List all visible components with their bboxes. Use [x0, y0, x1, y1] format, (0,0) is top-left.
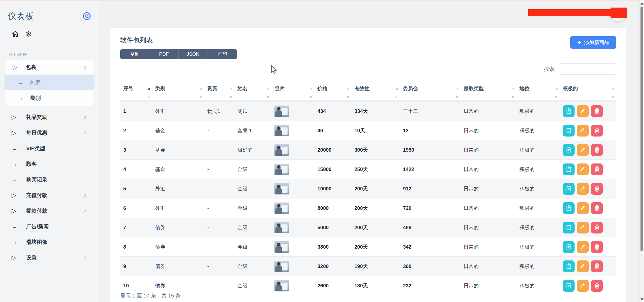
- column-header[interactable]: 委员会 ∧ ∨: [400, 83, 461, 101]
- sidebar-item[interactable]: ▷ 提款付款 ∧: [0, 203, 98, 219]
- cell-index: 2: [120, 121, 152, 140]
- edit-button[interactable]: [577, 241, 589, 253]
- sort-ascending-icon: ∧: [347, 87, 350, 90]
- delete-button[interactable]: [591, 241, 603, 253]
- edit-button[interactable]: [577, 105, 589, 117]
- edit-button[interactable]: [577, 125, 589, 137]
- sidebar-item-category[interactable]: → 类别: [5, 90, 94, 106]
- sort-descending-icon: ∨: [511, 94, 514, 99]
- sort-ascending-icon: ∧: [512, 87, 515, 90]
- sidebar-item[interactable]: → 滑块图像: [0, 234, 98, 250]
- column-header[interactable]: 赚取类型 ∧ ∨: [461, 83, 516, 101]
- export-button-复制[interactable]: 复制: [120, 49, 149, 59]
- edit-button[interactable]: [577, 163, 589, 175]
- person-head-shape: [277, 243, 280, 246]
- view-button[interactable]: [563, 105, 575, 117]
- table-row: 6 外汇 - 金级 8000 200天 729 日常的 积极的: [120, 198, 616, 218]
- sidebar-item[interactable]: ▷ 设置 ∧: [0, 250, 98, 265]
- export-button-pdf[interactable]: PDF: [149, 49, 179, 59]
- arrow-right-icon: →: [12, 239, 21, 246]
- cell-status: 积极的: [516, 179, 560, 198]
- delete-button[interactable]: [591, 163, 603, 175]
- view-button[interactable]: [563, 125, 575, 137]
- cell-validity: 250天: [351, 160, 400, 179]
- table-row: 1 外汇 贵宾1 测试 434 334天 三十二 日常的 积极的: [120, 101, 616, 121]
- add-new-product-button[interactable]: + 添加新商品: [570, 36, 616, 49]
- column-header[interactable]: 姓名 ∧ ∨: [234, 83, 271, 101]
- table-info-text: 显示 1 至 10 条，共 15 条: [120, 292, 181, 299]
- cell-earn-type: 日常的: [461, 257, 516, 276]
- delete-button[interactable]: [591, 202, 603, 214]
- view-button[interactable]: [563, 144, 575, 156]
- column-header[interactable]: 价格 ∧ ∨: [314, 83, 351, 101]
- delete-button[interactable]: [591, 125, 603, 137]
- cell-category: 基金: [152, 140, 204, 160]
- export-button-打印[interactable]: 打印: [208, 49, 237, 59]
- column-header[interactable]: 贵宾 ∧ ∨: [204, 83, 234, 101]
- target-icon[interactable]: [83, 12, 91, 20]
- edit-button[interactable]: [577, 222, 589, 233]
- cell-earn-type: 日常的: [461, 160, 516, 179]
- edit-button[interactable]: [577, 202, 589, 214]
- arrow-right-icon: →: [18, 94, 25, 102]
- view-button[interactable]: [563, 202, 575, 214]
- scrollbar-thumb[interactable]: [640, 7, 643, 251]
- scroll-down-arrow-icon[interactable]: [640, 298, 643, 300]
- scroll-up-arrow-icon[interactable]: [640, 2, 643, 5]
- column-header[interactable]: 有效性 ∧ ∨: [351, 83, 400, 101]
- view-button[interactable]: [563, 183, 575, 195]
- cell-vip: -: [204, 218, 234, 237]
- cell-index: 5: [120, 179, 152, 198]
- view-button[interactable]: [563, 222, 575, 233]
- table-row: 7 债券 - 金级 5000 200天 488 日常的 积极的: [120, 218, 616, 237]
- sidebar-item[interactable]: ▷ 充值付款 ∧: [0, 187, 98, 203]
- view-button[interactable]: [563, 280, 575, 292]
- export-button-json[interactable]: JSON: [179, 49, 208, 59]
- sidebar-item[interactable]: ▷ 每日优惠 ∧: [0, 125, 98, 141]
- arrow-right-icon: →: [12, 145, 21, 152]
- edit-button[interactable]: [577, 260, 589, 272]
- cell-vip: -: [204, 140, 234, 160]
- sort-ascending-icon: ∧: [230, 87, 233, 90]
- arrow-right-icon: →: [12, 176, 21, 183]
- cell-validity: 10天: [351, 121, 400, 140]
- cell-name: 金级: [234, 276, 271, 295]
- page-title: 软件包列表: [120, 36, 153, 44]
- column-header[interactable]: 照片 ∧ ∨: [271, 83, 314, 101]
- delete-button[interactable]: [591, 260, 603, 272]
- sidebar-item-label: 家: [26, 30, 31, 38]
- sidebar-item-home[interactable]: 家: [0, 26, 98, 42]
- delete-button[interactable]: [591, 280, 603, 292]
- column-header[interactable]: 地位 ∧ ∨: [516, 83, 560, 101]
- column-header[interactable]: 积极的 ∧ ∨: [560, 83, 616, 101]
- delete-button[interactable]: [591, 183, 603, 195]
- view-button[interactable]: [563, 260, 575, 272]
- cell-price: 3200: [314, 257, 351, 276]
- sidebar-item[interactable]: → 购买记录: [0, 172, 98, 187]
- edit-button[interactable]: [577, 144, 589, 156]
- search-row: 搜索:: [544, 63, 616, 75]
- plus-icon: +: [577, 39, 581, 46]
- sidebar-item[interactable]: ▷ 礼品奖励 ∧: [0, 109, 98, 125]
- sidebar-item[interactable]: → VIP类型: [0, 141, 98, 156]
- delete-button[interactable]: [591, 105, 603, 117]
- view-button[interactable]: [563, 241, 575, 253]
- search-input[interactable]: [558, 63, 616, 75]
- cell-name: 测试: [234, 101, 271, 121]
- cell-validity: 200天: [351, 237, 400, 257]
- edit-button[interactable]: [577, 183, 589, 195]
- view-button[interactable]: [563, 163, 575, 175]
- sidebar-item-list[interactable]: → 列表: [5, 75, 94, 90]
- sidebar-item[interactable]: → 广告/新闻: [0, 219, 98, 234]
- column-header[interactable]: 序号 ∧ ∨: [120, 83, 152, 101]
- delete-button[interactable]: [591, 222, 603, 233]
- delete-button[interactable]: [591, 144, 603, 156]
- cell-name: 套餐 1: [234, 121, 271, 140]
- sidebar-item-package[interactable]: ▷ 包裹 ∨: [5, 60, 94, 75]
- cell-status: 积极的: [516, 218, 560, 237]
- edit-button[interactable]: [577, 280, 589, 292]
- sidebar-item[interactable]: → 顾客: [0, 156, 98, 172]
- person-head-shape: [277, 185, 280, 188]
- sort-descending-icon: ∨: [266, 94, 269, 99]
- column-header[interactable]: 类别 ∧ ∨: [152, 83, 204, 101]
